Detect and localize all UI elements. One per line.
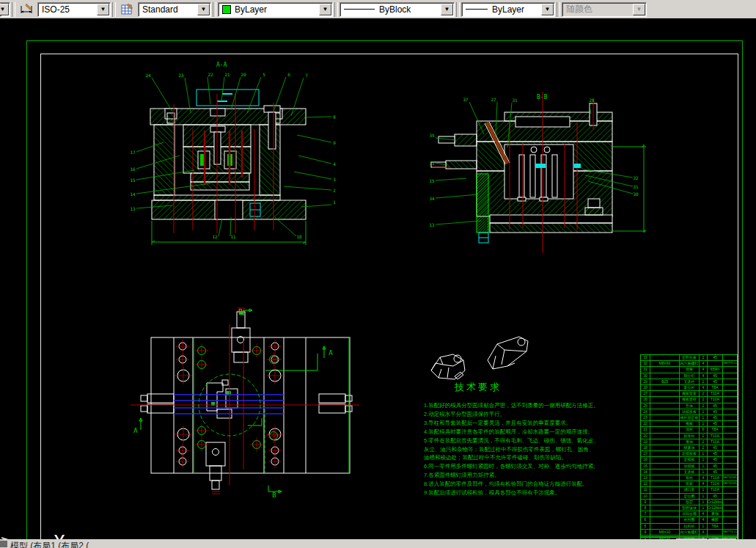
bom-cell: 45 — [708, 445, 723, 450]
part-callout: 20 — [241, 72, 246, 77]
bom-cell: 45 — [708, 494, 723, 499]
callout-leader — [436, 178, 466, 180]
bom-cell — [650, 409, 680, 414]
lineweight-sample — [466, 9, 488, 10]
chevron-down-icon[interactable]: ▼ — [541, 4, 554, 15]
callout-leader — [304, 117, 331, 117]
view-b-label: B-B — [537, 94, 548, 101]
bom-cell — [723, 524, 737, 529]
bom-cell: 45 — [708, 451, 723, 456]
bom-cell: 定位圈 — [680, 494, 700, 499]
bom-cell: 限位钉 — [680, 373, 700, 379]
linetype-value: ByBlock — [379, 4, 411, 15]
lineweight-combo[interactable]: ByLayer ▼ — [461, 2, 555, 17]
bom-row: 25垫块245 — [641, 403, 737, 409]
table-style-icon[interactable] — [118, 1, 137, 18]
part-callout: 17 — [130, 150, 136, 155]
chevron-down-icon[interactable]: ▼ — [97, 4, 109, 15]
dim-style-icon[interactable] — [18, 1, 37, 18]
plan-view: BBAA — [131, 307, 359, 503]
bom-row: 13导柱4T10AGB/T4169.4 — [641, 475, 737, 481]
bom-cell — [723, 464, 737, 469]
bom-cell: 内六角螺钉 — [680, 361, 700, 366]
bom-cell: 6 — [641, 517, 650, 522]
bom-cell: 4 — [700, 373, 708, 379]
view-a-geometry — [150, 89, 306, 245]
chevron-down-icon[interactable]: ▼ — [441, 4, 453, 15]
centerline-cross — [176, 340, 189, 353]
tech-requirement-line: 油槽和棱边处；装配过程中不允许零件磕碰、划伤等缺陷。 — [424, 453, 596, 462]
linetype-combo[interactable]: ByBlock ▼ — [340, 2, 455, 17]
bom-cell: 27 — [641, 391, 650, 396]
bom-cell — [723, 494, 737, 499]
bom-cell: 11 — [641, 487, 650, 492]
bom-cell: 14 — [641, 470, 650, 475]
bom-cell: 22 — [641, 421, 650, 426]
bom-cell: 1 — [700, 421, 708, 426]
bom-cell: 4 — [700, 511, 708, 516]
bom-cell: 支承柱 — [680, 379, 700, 384]
bom-cell — [650, 475, 680, 481]
bom-cell: 2 — [700, 397, 708, 402]
bom-cell: 19 — [641, 439, 650, 445]
bom-cell — [723, 517, 737, 522]
bom-row: 14支承板145 — [641, 470, 737, 475]
bom-cell — [723, 487, 737, 492]
view-b-geometry — [431, 92, 646, 253]
bom-cell: 45 — [708, 379, 723, 384]
chevron-down-icon[interactable]: ▼ — [319, 4, 331, 15]
bom-cell: 定模座板 — [680, 451, 700, 456]
dim-style-combo[interactable]: ISO-25 ▼ — [37, 2, 111, 17]
tech-requirement-line: 5.零件在装配前首先要清洗，不得有毛刺、飞边、碰伤、锈蚀、氧化皮、 — [424, 436, 596, 445]
bom-cell: 16 — [641, 457, 650, 462]
bom-cell: 垫块 — [680, 403, 700, 409]
bom-cell — [650, 457, 680, 462]
part-callout: 32 — [633, 175, 639, 180]
bom-cell: T10A — [708, 487, 723, 492]
clipped-combo[interactable]: ▼ — [0, 2, 10, 17]
bom-row: 5拉料杆1T8A — [641, 524, 737, 530]
bom-row: 24动模座板145 — [641, 409, 737, 415]
plot-style-combo: 随颜色 ▼ — [562, 2, 647, 17]
callout-leader — [219, 219, 222, 236]
part-callout: 37 — [463, 97, 469, 102]
bom-cell — [650, 434, 680, 439]
bom-cell: 1 — [700, 505, 708, 511]
bom-cell — [723, 439, 737, 445]
bom-cell — [723, 379, 737, 384]
bom-cell — [723, 511, 737, 516]
bom-cell — [723, 355, 737, 360]
layout-tabs-strip[interactable]: 模型 (布局1 (布局2 ( — [0, 539, 756, 548]
part-callout: 1 — [333, 200, 336, 205]
tech-requirement-line: 3.导柱和导套装配后一定要灵活，并且有安装的垂直度要求。 — [424, 419, 596, 428]
bom-cell: 23 — [641, 415, 650, 420]
part-callout: 9 — [333, 140, 336, 145]
layout-tabs[interactable]: 模型 (布局1 (布局2 ( — [10, 540, 89, 548]
color-combo[interactable]: ByLayer ▼ — [218, 2, 333, 17]
tech-requirement-line: 8.进入装配的零件及部件，均须有检验部门的合格证方能进行装配。 — [424, 480, 596, 489]
table-style-combo[interactable]: Standard ▼ — [138, 2, 211, 17]
bom-cell — [723, 505, 737, 511]
part-callout: 5 — [263, 72, 265, 77]
bom-cell — [650, 427, 680, 432]
chevron-down-icon[interactable]: ▼ — [197, 4, 210, 15]
color-value: ByLayer — [235, 4, 267, 15]
centerline-cross — [176, 455, 189, 468]
tab-scroll-icon[interactable] — [0, 541, 7, 547]
bom-cell: 4 — [700, 385, 708, 390]
chevron-down-icon[interactable]: ▼ — [0, 4, 9, 15]
bom-cell: 浇口套 — [680, 487, 700, 492]
bom-cell: 支承板 — [680, 470, 700, 475]
centerline-cross — [195, 358, 209, 372]
bom-cell — [723, 367, 737, 372]
cad-application-window: ▼ ISO-25 ▼ Standard ▼ — [0, 0, 756, 548]
bom-cell: 45 — [708, 464, 723, 469]
bom-cell: 4 — [700, 367, 708, 372]
bom-cell: 32 — [641, 361, 650, 366]
drawing-canvas[interactable]: A-A — [0, 18, 756, 539]
section-mark-label: B — [238, 308, 242, 315]
chevron-down-icon: ▼ — [633, 4, 645, 15]
part-callout: 10 — [296, 234, 302, 239]
bom-cell: 橡胶 — [708, 517, 723, 522]
bom-cell: 4 — [700, 481, 708, 486]
